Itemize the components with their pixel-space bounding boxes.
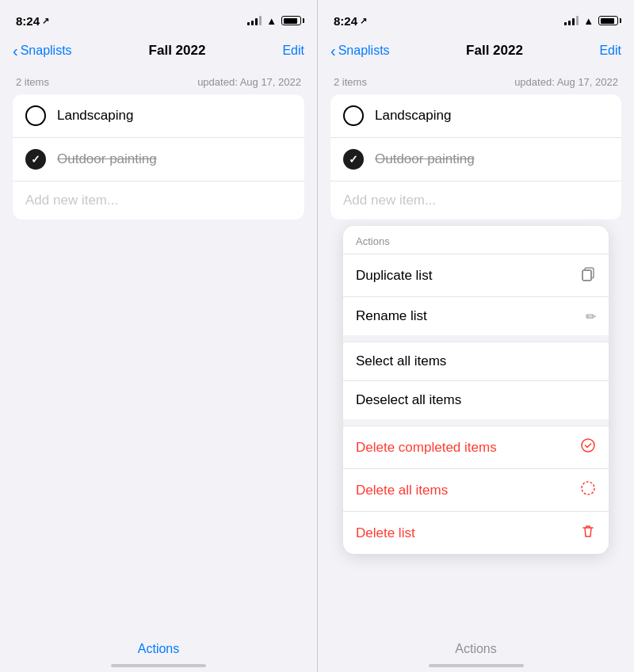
actions-button-right[interactable]: Actions [455, 642, 496, 656]
nav-title-right: Fall 2022 [466, 43, 523, 59]
bottom-bar-left: Actions [0, 632, 317, 672]
bar2r [568, 21, 571, 25]
list-item-landscaping-right[interactable]: Landscaping [330, 94, 621, 138]
trash-icon [580, 523, 596, 543]
bar4r [576, 16, 579, 25]
checkbox-landscaping-left[interactable] [25, 105, 46, 126]
bar3 [255, 18, 258, 25]
right-phone-panel: 8:24 ↗ ▲ ‹ Snaplists Fall 2022 Edit 2 i [317, 0, 634, 672]
edit-button-right[interactable]: Edit [599, 44, 621, 58]
status-icons-left: ▲ [247, 15, 301, 27]
list-item-landscaping-left[interactable]: Landscaping [13, 94, 304, 138]
status-bar-right: 8:24 ↗ ▲ [318, 0, 634, 35]
action-delete-list[interactable]: Delete list [343, 511, 609, 554]
add-new-item-right[interactable]: Add new item... [330, 181, 621, 220]
action-deselect-all[interactable]: Deselect all items [343, 380, 609, 419]
pencil-icon: ✏ [586, 309, 596, 324]
signal-left [247, 16, 262, 25]
content-right: 2 items updated: Aug 17, 2022 Landscapin… [318, 70, 634, 632]
status-bar-left: 8:24 ↗ ▲ [0, 0, 317, 35]
action-rename-list[interactable]: Rename list ✏ [343, 296, 609, 335]
checkbox-painting-left[interactable] [25, 149, 46, 170]
chevron-left-icon-left: ‹ [13, 42, 18, 60]
action-duplicate-list[interactable]: Duplicate list [343, 254, 609, 296]
content-left: 2 items updated: Aug 17, 2022 Landscapin… [0, 70, 317, 632]
item-text-landscaping-right: Landscaping [375, 108, 451, 124]
battery-fill-right [601, 18, 614, 24]
duplicate-list-label: Duplicate list [356, 268, 432, 284]
item-text-painting-right: Outdoor painting [375, 151, 475, 167]
back-button-left[interactable]: ‹ Snaplists [13, 42, 72, 60]
time-right: 8:24 [334, 14, 357, 28]
edit-button-left[interactable]: Edit [282, 44, 304, 58]
bar1r [564, 22, 567, 25]
wifi-icon-left: ▲ [266, 15, 277, 27]
item-text-landscaping-left: Landscaping [57, 108, 133, 124]
delete-all-icon [580, 480, 596, 500]
select-all-label: Select all items [356, 353, 446, 369]
checkbox-painting-right[interactable] [343, 149, 364, 170]
status-time-right: 8:24 ↗ [334, 14, 367, 28]
status-time-left: 8:24 ↗ [16, 14, 49, 28]
updated-right: updated: Aug 17, 2022 [514, 76, 618, 88]
add-new-item-left[interactable]: Add new item... [13, 181, 304, 220]
back-button-right[interactable]: ‹ Snaplists [330, 42, 390, 60]
back-label-left: Snaplists [21, 44, 72, 58]
items-count-right: 2 items [334, 76, 367, 88]
location-arrow-right: ↗ [360, 16, 367, 26]
items-count-left: 2 items [16, 76, 49, 88]
battery-fill-left [284, 18, 297, 24]
list-card-right: Landscaping Outdoor painting Add new ite… [330, 94, 621, 220]
delete-all-label: Delete all items [356, 483, 448, 498]
action-delete-all[interactable]: Delete all items [343, 468, 609, 511]
left-phone-panel: 8:24 ↗ ▲ ‹ Snaplists Fall 2022 Edit 2 i [0, 0, 317, 672]
svg-point-3 [582, 439, 594, 452]
delete-completed-icon [580, 437, 596, 457]
svg-rect-1 [582, 270, 591, 281]
status-icons-right: ▲ [564, 15, 618, 27]
list-item-painting-right[interactable]: Outdoor painting [330, 138, 621, 181]
bottom-bar-right: Actions [318, 632, 634, 672]
delete-completed-label: Delete completed items [356, 440, 497, 456]
bar2 [251, 21, 254, 25]
updated-left: updated: Aug 17, 2022 [197, 76, 301, 88]
bar4 [259, 16, 262, 25]
rename-list-label: Rename list [356, 308, 427, 324]
time-left: 8:24 [16, 14, 40, 28]
checkbox-landscaping-right[interactable] [343, 105, 364, 126]
action-delete-completed[interactable]: Delete completed items [343, 426, 609, 468]
action-select-all[interactable]: Select all items [343, 342, 609, 380]
deselect-all-label: Deselect all items [356, 392, 461, 408]
signal-right [564, 16, 579, 25]
delete-list-label: Delete list [356, 525, 415, 541]
duplicate-icon [580, 265, 596, 285]
home-indicator-right [429, 664, 524, 667]
bar1 [247, 22, 250, 25]
list-meta-left: 2 items updated: Aug 17, 2022 [13, 76, 304, 88]
home-indicator-left [111, 664, 206, 667]
list-item-painting-left[interactable]: Outdoor painting [13, 138, 304, 181]
nav-bar-right: ‹ Snaplists Fall 2022 Edit [318, 35, 634, 70]
list-card-left: Landscaping Outdoor painting Add new ite… [13, 94, 304, 220]
back-label-right: Snaplists [338, 44, 390, 58]
actions-button-left[interactable]: Actions [138, 642, 179, 656]
actions-menu-header: Actions [343, 226, 609, 254]
battery-left [281, 16, 301, 25]
battery-right [598, 16, 618, 25]
nav-bar-left: ‹ Snaplists Fall 2022 Edit [0, 35, 317, 70]
location-arrow-left: ↗ [42, 16, 49, 26]
bar3r [572, 18, 575, 25]
action-separator-2 [343, 419, 609, 426]
svg-point-4 [582, 482, 594, 494]
item-text-painting-left: Outdoor painting [57, 151, 157, 167]
nav-title-left: Fall 2022 [149, 43, 206, 59]
wifi-icon-right: ▲ [583, 15, 594, 27]
chevron-left-icon-right: ‹ [330, 42, 336, 60]
action-separator-1 [343, 335, 609, 342]
list-meta-right: 2 items updated: Aug 17, 2022 [330, 76, 621, 88]
actions-menu: Actions Duplicate list Rename list ✏ Sel… [343, 226, 609, 554]
